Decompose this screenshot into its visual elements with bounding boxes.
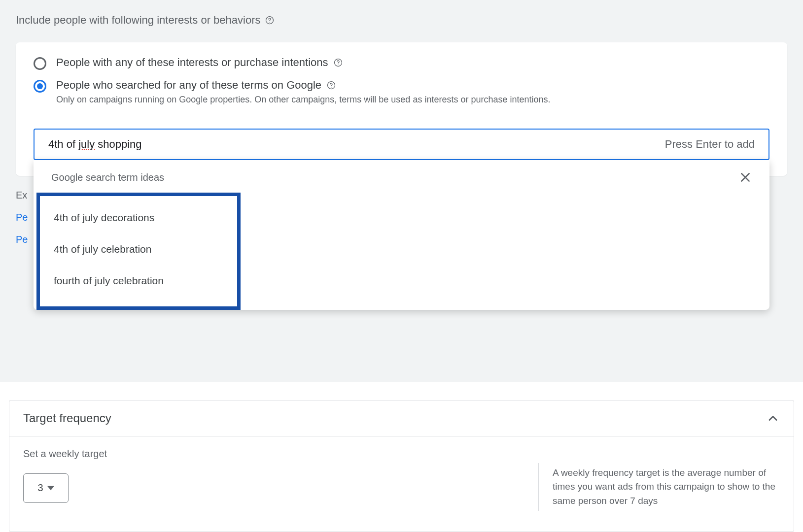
target-frequency-sublabel: Set a weekly target [23,448,107,460]
radio-button-selected[interactable] [34,80,46,93]
bottom-panel: Target frequency Set a weekly target 3 A… [0,382,803,532]
radio-searched[interactable]: People who searched for any of these ter… [34,79,769,105]
suggestions-highlight-box: 4th of july decorations 4th of july cele… [36,193,241,310]
radio-interests-label: People with any of these interests or pu… [56,56,328,69]
help-icon[interactable] [333,58,343,67]
target-frequency-title: Target frequency [23,411,111,425]
frequency-value: 3 [37,482,43,494]
dropdown-header: Google search term ideas [34,160,769,193]
suggestion-item[interactable]: fourth of july celebration [40,265,237,297]
enter-hint: Press Enter to add [665,138,755,151]
suggestion-item[interactable]: 4th of july decorations [40,202,237,233]
frequency-select[interactable]: 3 [23,473,69,503]
radio-group: People with any of these interests or pu… [16,56,787,105]
search-input-value[interactable]: 4th of july shopping [48,138,665,151]
suggestions-dropdown: Google search term ideas 4th of july dec… [34,160,769,310]
radio-interests[interactable]: People with any of these interests or pu… [34,56,769,70]
chevron-up-icon[interactable] [766,411,780,425]
close-icon[interactable] [739,171,752,184]
search-term-input[interactable]: 4th of july shopping Press Enter to add [34,129,769,160]
help-icon[interactable] [326,80,336,90]
suggestion-item[interactable]: 4th of july celebration [40,233,237,265]
radio-searched-label: People who searched for any of these ter… [56,79,321,92]
search-input-wrap: 4th of july shopping Press Enter to add … [34,129,769,160]
svg-point-3 [338,65,338,65]
help-icon[interactable] [265,15,275,25]
interests-card: People with any of these interests or pu… [16,42,787,176]
caret-down-icon [47,485,54,492]
dropdown-header-text: Google search term ideas [51,172,164,183]
svg-point-5 [331,87,332,88]
svg-point-1 [269,22,270,23]
target-frequency-help: A weekly frequency target is the average… [538,463,780,511]
target-frequency-card: Target frequency Set a weekly target 3 A… [9,400,794,532]
target-frequency-body: Set a weekly target 3 A weekly frequency… [9,436,794,532]
section-label: Include people with following interests … [0,0,803,27]
radio-button-unselected[interactable] [34,57,46,70]
target-frequency-header[interactable]: Target frequency [9,400,794,436]
radio-searched-sublabel: Only on campaigns running on Google prop… [56,95,551,105]
section-label-text: Include people with following interests … [16,14,261,27]
